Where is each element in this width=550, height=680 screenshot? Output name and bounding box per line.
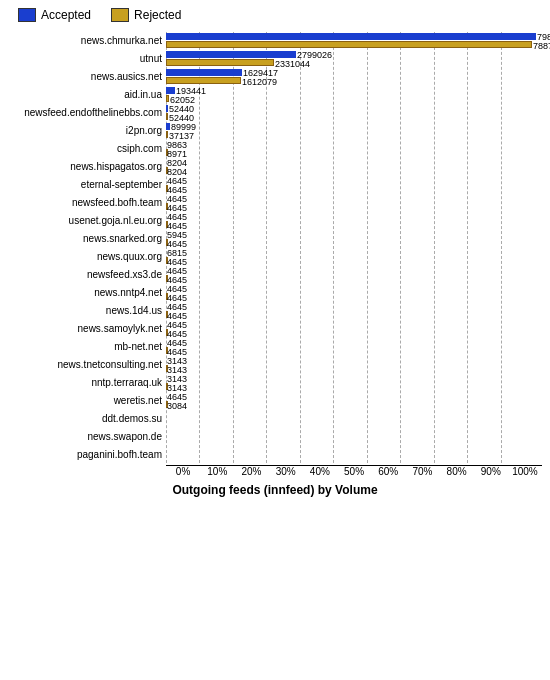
bars-area: 16294171612079 bbox=[166, 68, 542, 85]
bars-area: 31433143 bbox=[166, 356, 542, 373]
row-label: news.swapon.de bbox=[8, 431, 166, 442]
row-label: news.chmurka.net bbox=[8, 35, 166, 46]
row-label: paganini.bofh.team bbox=[8, 449, 166, 460]
table-row: news.chmurka.net79831697887526 bbox=[8, 32, 542, 49]
bars-area: 59454645 bbox=[166, 230, 542, 247]
table-row: eternal-september46454645 bbox=[8, 176, 542, 193]
table-row: newsfeed.endofthelinebbs.com5244052440 bbox=[8, 104, 542, 121]
row-label: aid.in.ua bbox=[8, 89, 166, 100]
bars-area: 98638971 bbox=[166, 140, 542, 157]
bars-area: 19344162052 bbox=[166, 86, 542, 103]
bars-area: 46454645 bbox=[166, 176, 542, 193]
table-row: utnut27990262331044 bbox=[8, 50, 542, 67]
table-row: news.tnetconsulting.net31433143 bbox=[8, 356, 542, 373]
chart-container: Accepted Rejected news.chmurka.net798316… bbox=[0, 0, 550, 680]
table-row: news.swapon.de bbox=[8, 428, 542, 445]
row-label: news.snarked.org bbox=[8, 233, 166, 244]
table-row: news.quux.org68154645 bbox=[8, 248, 542, 265]
bars-area: 31433143 bbox=[166, 374, 542, 391]
x-axis-title: Outgoing feeds (innfeed) by Volume bbox=[8, 483, 542, 497]
bars-area: 8999937137 bbox=[166, 122, 542, 139]
row-label: nntp.terraraq.uk bbox=[8, 377, 166, 388]
row-label: news.1d4.us bbox=[8, 305, 166, 316]
table-row: i2pn.org8999937137 bbox=[8, 122, 542, 139]
bar-accepted bbox=[166, 33, 536, 40]
table-row: mb-net.net46454645 bbox=[8, 338, 542, 355]
legend-accepted-label: Accepted bbox=[41, 8, 91, 22]
x-tick-label: 20% bbox=[234, 466, 268, 477]
row-label: news.nntp4.net bbox=[8, 287, 166, 298]
row-label: i2pn.org bbox=[8, 125, 166, 136]
legend: Accepted Rejected bbox=[8, 8, 542, 22]
table-row: paganini.bofh.team bbox=[8, 446, 542, 463]
table-row: nntp.terraraq.uk31433143 bbox=[8, 374, 542, 391]
x-tick-label: 30% bbox=[269, 466, 303, 477]
bar-rejected bbox=[166, 113, 168, 120]
table-row: usenet.goja.nl.eu.org46454645 bbox=[8, 212, 542, 229]
row-label: utnut bbox=[8, 53, 166, 64]
x-tick-label: 0% bbox=[166, 466, 200, 477]
bar-rejected bbox=[166, 131, 168, 138]
bars-area: 46454645 bbox=[166, 194, 542, 211]
bar-rejected bbox=[166, 77, 241, 84]
x-tick-label: 10% bbox=[200, 466, 234, 477]
bars-area: 79831697887526 bbox=[166, 32, 542, 49]
bars-area: 46454645 bbox=[166, 338, 542, 355]
row-label: newsfeed.endofthelinebbs.com bbox=[8, 107, 166, 118]
legend-accepted: Accepted bbox=[18, 8, 91, 22]
table-row: news.nntp4.net46454645 bbox=[8, 284, 542, 301]
x-tick-label: 70% bbox=[405, 466, 439, 477]
row-label: news.ausics.net bbox=[8, 71, 166, 82]
row-label: newsfeed.bofh.team bbox=[8, 197, 166, 208]
row-label: eternal-september bbox=[8, 179, 166, 190]
table-row: csiph.com98638971 bbox=[8, 140, 542, 157]
legend-rejected-label: Rejected bbox=[134, 8, 181, 22]
table-row: news.samoylyk.net46454645 bbox=[8, 320, 542, 337]
bars-area: 46454645 bbox=[166, 320, 542, 337]
bar-rejected bbox=[166, 59, 274, 66]
bars-area: 46454645 bbox=[166, 212, 542, 229]
table-row: weretis.net46453084 bbox=[8, 392, 542, 409]
row-label: csiph.com bbox=[8, 143, 166, 154]
x-tick-label: 40% bbox=[303, 466, 337, 477]
table-row: news.hispagatos.org82048204 bbox=[8, 158, 542, 175]
table-row: newsfeed.bofh.team46454645 bbox=[8, 194, 542, 211]
row-label: news.quux.org bbox=[8, 251, 166, 262]
row-label: ddt.demos.su bbox=[8, 413, 166, 424]
bars-area bbox=[166, 428, 542, 445]
bar-rejected bbox=[166, 95, 169, 102]
bars-area bbox=[166, 446, 542, 463]
bars-area bbox=[166, 410, 542, 427]
bars-area: 46454645 bbox=[166, 284, 542, 301]
bars-area: 46454645 bbox=[166, 302, 542, 319]
bars-area: 46453084 bbox=[166, 392, 542, 409]
x-tick-label: 90% bbox=[474, 466, 508, 477]
bar-accepted bbox=[166, 123, 170, 130]
table-row: news.snarked.org59454645 bbox=[8, 230, 542, 247]
row-label: weretis.net bbox=[8, 395, 166, 406]
bar-accepted bbox=[166, 105, 168, 112]
legend-rejected: Rejected bbox=[111, 8, 181, 22]
bars-area: 68154645 bbox=[166, 248, 542, 265]
bar-rows: news.chmurka.net79831697887526utnut27990… bbox=[8, 32, 542, 463]
bar-accepted bbox=[166, 69, 242, 76]
bars-area: 5244052440 bbox=[166, 104, 542, 121]
table-row: newsfeed.xs3.de46454645 bbox=[8, 266, 542, 283]
bar-rejected bbox=[166, 41, 532, 48]
x-tick-label: 100% bbox=[508, 466, 542, 477]
bars-area: 46454645 bbox=[166, 266, 542, 283]
bar-accepted bbox=[166, 51, 296, 58]
row-label: news.samoylyk.net bbox=[8, 323, 166, 334]
legend-rejected-box bbox=[111, 8, 129, 22]
row-label: usenet.goja.nl.eu.org bbox=[8, 215, 166, 226]
row-label: newsfeed.xs3.de bbox=[8, 269, 166, 280]
legend-accepted-box bbox=[18, 8, 36, 22]
table-row: news.1d4.us46454645 bbox=[8, 302, 542, 319]
bars-area: 27990262331044 bbox=[166, 50, 542, 67]
row-label: news.tnetconsulting.net bbox=[8, 359, 166, 370]
x-tick-label: 50% bbox=[337, 466, 371, 477]
row-label: news.hispagatos.org bbox=[8, 161, 166, 172]
table-row: ddt.demos.su bbox=[8, 410, 542, 427]
bars-area: 82048204 bbox=[166, 158, 542, 175]
bar-accepted bbox=[166, 87, 175, 94]
